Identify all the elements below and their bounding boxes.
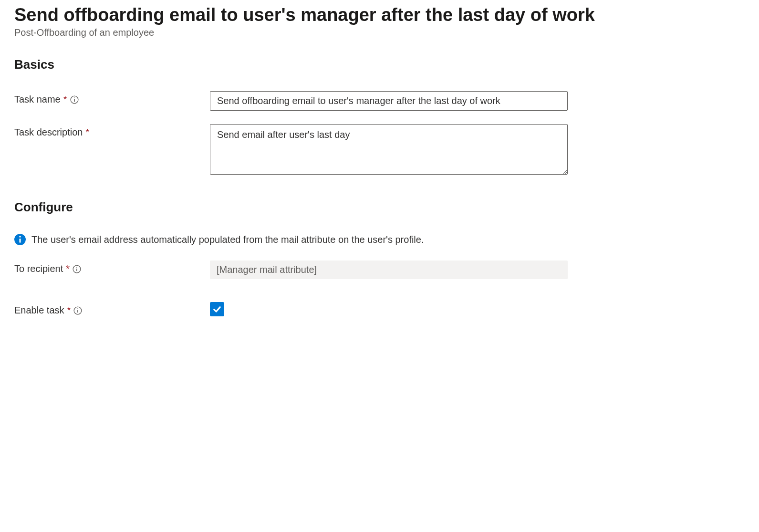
info-icon[interactable] — [73, 306, 82, 315]
required-indicator: * — [67, 305, 71, 316]
info-banner: The user's email address automatically p… — [14, 234, 745, 245]
task-description-label: Task description * — [14, 124, 210, 138]
svg-rect-4 — [20, 239, 21, 243]
svg-point-5 — [19, 236, 21, 238]
svg-point-2 — [74, 97, 75, 98]
enable-task-label-text: Enable task — [14, 305, 64, 316]
to-recipient-input — [210, 261, 568, 279]
required-indicator: * — [66, 263, 70, 274]
info-banner-text: The user's email address automatically p… — [31, 234, 424, 245]
to-recipient-row: To recipient * — [14, 261, 745, 279]
svg-point-11 — [77, 308, 78, 309]
svg-point-8 — [76, 267, 77, 268]
info-icon[interactable] — [70, 95, 79, 104]
task-name-input[interactable] — [210, 91, 568, 111]
task-description-label-text: Task description — [14, 127, 83, 138]
configure-heading: Configure — [14, 200, 745, 215]
task-name-row: Task name * — [14, 91, 745, 111]
page-title: Send offboarding email to user's manager… — [14, 5, 745, 25]
basics-heading: Basics — [14, 57, 745, 72]
info-filled-icon — [14, 234, 26, 245]
to-recipient-label: To recipient * — [14, 261, 210, 274]
task-name-label-text: Task name — [14, 94, 61, 105]
info-icon[interactable] — [73, 265, 81, 273]
page-subtitle: Post-Offboarding of an employee — [14, 27, 745, 38]
required-indicator: * — [85, 127, 89, 138]
enable-task-checkbox[interactable] — [210, 302, 224, 316]
task-description-input[interactable] — [210, 124, 568, 175]
required-indicator: * — [63, 94, 67, 105]
enable-task-row: Enable task * — [14, 302, 745, 316]
task-name-label: Task name * — [14, 91, 210, 105]
task-description-row: Task description * — [14, 124, 745, 177]
enable-task-label: Enable task * — [14, 302, 210, 316]
to-recipient-label-text: To recipient — [14, 263, 63, 274]
